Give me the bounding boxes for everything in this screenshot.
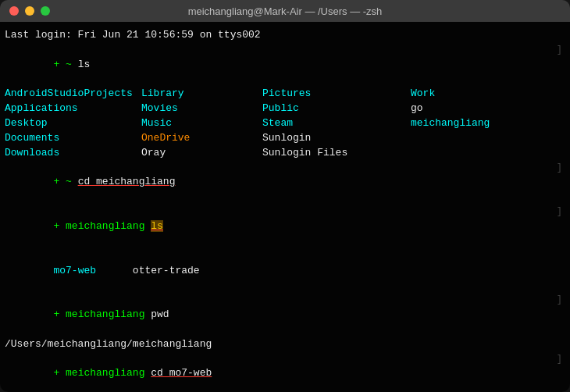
cmd-ls-hl: ls [151, 220, 163, 232]
dir-item: Steam [262, 117, 293, 129]
prompt-dir: meichangliang [66, 367, 151, 379]
cmd-ls: ls [78, 59, 91, 70]
dir-item: Movies [141, 102, 178, 114]
terminal-window: meichangliang@Mark-Air — /Users — -zsh L… [0, 0, 570, 392]
cmd-cd-mei: cd meichangliang [78, 176, 176, 187]
dir-item: Pictures [262, 87, 311, 99]
terminal-body[interactable]: Last login: Fri Jun 21 10:56:59 on ttys0… [0, 22, 570, 392]
ls-prompt: + ~ ls [5, 43, 557, 87]
dir-item: Work [411, 87, 435, 99]
window-title: meichangliang@Mark-Air — /Users — -zsh [188, 5, 383, 17]
dir-mo7web: mo7-web [53, 265, 96, 276]
cd-mo7web-prompt: + meichangliang cd mo7-web [5, 352, 557, 392]
dir-item: AndroidStudioProjects [5, 87, 133, 99]
line-path: /Users/meichangliang/meichangliang [5, 337, 565, 352]
prompt-dir: meichangliang [66, 308, 151, 320]
cmd-pwd: pwd [151, 308, 169, 320]
prompt-arrow: + [53, 367, 66, 379]
dir-item: Applications [5, 102, 78, 114]
dir-item-empty [411, 147, 417, 159]
bracket-right: ] [557, 44, 565, 57]
line-login: Last login: Fri Jun 21 10:56:59 on ttys0… [5, 28, 565, 43]
dir-item: Music [141, 117, 172, 129]
bracket-right: ] [557, 162, 565, 175]
maximize-button[interactable] [41, 6, 50, 16]
dir-item-empty [411, 132, 417, 144]
prompt-dir: meichangliang [66, 220, 151, 232]
dir-item: go [411, 102, 423, 114]
line-dirs: mo7-web otter-trade [5, 249, 565, 294]
dir-listing: AndroidStudioProjects Applications Deskt… [5, 87, 565, 160]
cmd-cd-mo7web: cd mo7-web [151, 367, 212, 379]
dirs-text: mo7-web otter-trade [5, 249, 565, 294]
col1: AndroidStudioProjects Applications Deskt… [5, 87, 141, 160]
dir-item: Downloads [5, 147, 59, 159]
dir-item: Sunlogin [262, 132, 311, 144]
prompt-arrow: + [53, 220, 66, 232]
line-ls-cmd: + ~ ls ] [5, 43, 565, 87]
dir-item: Public [262, 102, 299, 114]
login-text: Last login: Fri Jun 21 10:56:59 on ttys0… [5, 28, 565, 43]
pwd-prompt: + meichangliang pwd [5, 293, 557, 337]
line-cd-mei: + ~ cd meichangliang ] [5, 161, 565, 205]
bracket-right: ] [557, 353, 565, 366]
minimize-button[interactable] [25, 6, 34, 16]
col4: Work go meichangliang [411, 87, 536, 160]
prompt-dir: ~ [66, 59, 78, 70]
mei-ls-prompt: + meichangliang ls [5, 205, 557, 249]
close-button[interactable] [9, 6, 19, 16]
col3: Pictures Public Steam Sunlogin Sunlogin … [262, 87, 411, 160]
dir-otter: otter-trade [133, 265, 200, 276]
titlebar: meichangliang@Mark-Air — /Users — -zsh [0, 0, 570, 22]
prompt-arrow: + [53, 59, 66, 70]
prompt-arrow: + [53, 176, 66, 187]
prompt-dir: ~ [66, 176, 78, 187]
prompt-arrow: + [53, 308, 66, 320]
line-mei-ls: + meichangliang ls ] [5, 205, 565, 249]
col2: Library Movies Music OneDrive Oray [141, 87, 262, 160]
dir-item: Sunlogin Files [262, 147, 347, 159]
line-pwd: + meichangliang pwd ] [5, 293, 565, 337]
dir-item: Library [141, 87, 184, 99]
spacer [96, 265, 133, 276]
dir-item: meichangliang [411, 117, 490, 129]
line-cd-mo7web: + meichangliang cd mo7-web ] [5, 352, 565, 392]
bracket-right: ] [557, 294, 565, 307]
dir-item: Oray [141, 147, 166, 159]
bracket-right: ] [557, 205, 565, 219]
dir-item: Documents [5, 132, 59, 144]
dir-item-special: OneDrive [141, 132, 190, 144]
cd-mei-prompt: + ~ cd meichangliang [5, 161, 557, 205]
traffic-lights[interactable] [9, 6, 50, 16]
path-text: /Users/meichangliang/meichangliang [5, 337, 565, 352]
dir-item: Desktop [5, 117, 48, 129]
